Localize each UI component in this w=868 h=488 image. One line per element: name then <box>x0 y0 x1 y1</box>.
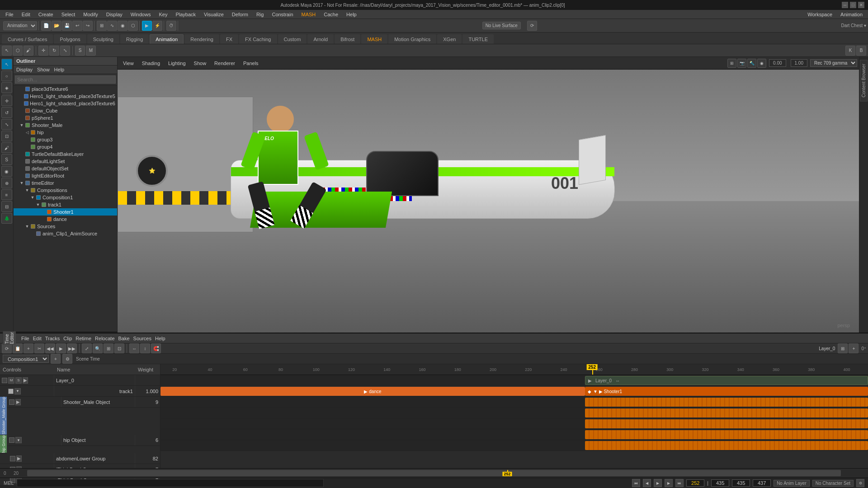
tree-item-sources[interactable]: ▼ Sources <box>14 223 117 230</box>
show-menu[interactable]: Show <box>190 60 210 67</box>
menu-display[interactable]: Display <box>103 11 126 18</box>
menu-playback[interactable]: Playback <box>172 11 199 18</box>
attr-editor-btn[interactable]: ⊟ <box>1 201 12 212</box>
te-relocate-menu[interactable]: Relocate <box>95 336 114 341</box>
menu-rig[interactable]: Rig <box>253 11 268 18</box>
te-edit-menu[interactable]: Edit <box>33 336 42 341</box>
abd-expand[interactable]: ▶ <box>16 455 22 462</box>
te-help-menu[interactable]: Help <box>155 336 165 341</box>
tree-item-anim-source[interactable]: anim_Clip1_AnimSource <box>14 230 117 237</box>
breakdown-key[interactable]: B <box>856 46 866 56</box>
hip-collapse[interactable]: ▼ <box>15 437 22 443</box>
toggle-arrow[interactable]: ▼ <box>24 188 30 193</box>
scale-mode-btn[interactable]: ⤡ <box>1 119 12 130</box>
soft-select-btn[interactable]: S <box>1 154 12 165</box>
maximize-button[interactable]: □ <box>850 2 856 8</box>
tree-item-shooter1[interactable]: Shooter1 <box>14 208 117 216</box>
show-manip[interactable]: M <box>86 46 96 56</box>
layer0-expand[interactable]: ▶ <box>23 377 28 384</box>
viewport-scene[interactable]: ⭐ RACING 001 <box>118 70 859 333</box>
layer0-vis[interactable] <box>2 378 7 383</box>
te-layer-btn[interactable]: ⊞ <box>838 343 848 353</box>
make-live-btn[interactable]: ⊕ <box>1 178 12 188</box>
outliner-show-menu[interactable]: Show <box>37 67 50 72</box>
sm-expand[interactable]: ▶ <box>15 399 21 405</box>
te-btn-7[interactable]: ⊞ <box>104 343 113 353</box>
vp-icon-1[interactable]: ⊞ <box>727 59 736 68</box>
lighting-menu[interactable]: Lighting <box>165 60 189 67</box>
tree-item-hero1-light2[interactable]: Hero1_light_shaderd_place3dTexture6 <box>14 100 117 107</box>
new-btn[interactable]: 📄 <box>41 21 51 31</box>
shooter1-clip[interactable]: ◆ ▼ ▶ Shooter1 <box>585 387 868 396</box>
menu-constrain[interactable]: Constrain <box>268 11 297 18</box>
animation-mode-dropdown[interactable]: Animation <box>3 21 37 30</box>
tab-rendering[interactable]: Rendering <box>184 34 219 44</box>
tab-animation[interactable]: Animation <box>150 34 184 44</box>
select-tool[interactable]: ↖ <box>2 46 12 56</box>
snap-grid[interactable]: ⊞ <box>97 21 107 31</box>
comp-add-btn[interactable]: + <box>51 354 61 364</box>
menu-visualize[interactable]: Visualize <box>200 11 227 18</box>
hip-vis[interactable] <box>9 437 14 443</box>
tab-bifrost[interactable]: Bifrost <box>335 34 360 44</box>
tree-item-default-light[interactable]: defaultLightSet <box>14 158 117 165</box>
outliner-help-menu[interactable]: Help <box>54 67 65 72</box>
tab-arnold[interactable]: Arnold <box>307 34 334 44</box>
te-btn-10[interactable]: ↕ <box>140 343 150 353</box>
outliner-search-input[interactable] <box>15 75 116 84</box>
minimize-button[interactable]: ─ <box>842 2 848 8</box>
te-clip-menu[interactable]: Clip <box>63 336 72 341</box>
te-btn-1[interactable]: ⟳ <box>2 343 12 353</box>
vp-icon-3[interactable]: 🔦 <box>747 59 756 68</box>
scale-tool[interactable]: ⤡ <box>60 46 70 56</box>
tab-mash[interactable]: MASH <box>361 34 387 44</box>
show-tool-btn[interactable]: ⊡ <box>1 131 12 141</box>
tab-rigging[interactable]: Rigging <box>120 34 149 44</box>
track1-vis[interactable] <box>8 389 14 394</box>
history-toggle[interactable]: ⏱ <box>166 21 176 31</box>
tree-item-psphere[interactable]: pSphere1 <box>14 114 117 122</box>
menu-edit[interactable]: Edit <box>18 11 34 18</box>
te-btn-5[interactable]: ▶ <box>56 343 66 353</box>
layer0-solo[interactable]: S <box>15 377 22 384</box>
menu-windows[interactable]: Windows <box>127 11 155 18</box>
move-tool[interactable]: ✛ <box>38 46 48 56</box>
tab-xgen[interactable]: XGen <box>437 34 462 44</box>
rotate-mode-btn[interactable]: ↺ <box>1 107 12 118</box>
menu-help[interactable]: Help <box>343 11 360 18</box>
track1-collapse[interactable]: ▼ <box>14 388 21 394</box>
te-sources-menu[interactable]: Sources <box>133 336 151 341</box>
tree-item-composition1[interactable]: ▼ Composition1 <box>14 194 117 201</box>
tab-sculpting[interactable]: Sculpting <box>87 34 119 44</box>
tree-item-dance[interactable]: dance <box>14 216 117 223</box>
comp-settings-btn[interactable]: ⚙ <box>62 354 72 364</box>
toggle-arrow[interactable]: ▼ <box>30 195 35 200</box>
tab-curves[interactable]: Curves / Surfaces <box>2 34 53 44</box>
move-mode-btn[interactable]: ✛ <box>1 95 12 106</box>
menu-mash[interactable]: MASH <box>298 11 320 18</box>
te-retime-menu[interactable]: Retime <box>75 336 91 341</box>
tree-item-light-editor[interactable]: lightEditorRoot <box>14 172 117 179</box>
te-layer-btn2[interactable]: + <box>849 343 859 353</box>
component-mode-btn[interactable]: ◈ <box>1 82 12 93</box>
layer0-mute[interactable]: M <box>8 377 14 384</box>
vp-icon-2[interactable]: 📷 <box>737 59 746 68</box>
te-zoom-btn[interactable]: 🔍 <box>93 343 103 353</box>
content-browser-tab[interactable]: Content Browser <box>860 60 868 101</box>
render-btn[interactable]: ▶ <box>142 21 152 31</box>
gamma-select[interactable]: Rec 709 gamma <box>810 59 857 67</box>
snap-surface[interactable]: ⬡ <box>128 21 138 31</box>
tab-motion-graphics[interactable]: Motion Graphics <box>388 34 436 44</box>
menu-key[interactable]: Key <box>155 11 171 18</box>
tab-turtle[interactable]: TURTLE <box>462 34 494 44</box>
layer0-clip[interactable]: ▶ Layer_0 ↔ <box>585 376 868 385</box>
lasso-tool[interactable]: ⬡ <box>13 46 23 56</box>
soft-mod[interactable]: S <box>75 46 85 56</box>
tree-item-hip[interactable]: ◁ hip <box>14 129 117 136</box>
view-menu[interactable]: View <box>119 60 137 67</box>
composition-dropdown[interactable]: Composition1 <box>3 355 49 363</box>
toggle-arrow[interactable]: ▼ <box>24 224 30 229</box>
camera-sync[interactable]: ⟳ <box>527 21 537 31</box>
tab-polygons[interactable]: Polygons <box>54 34 86 44</box>
shading-menu[interactable]: Shading <box>138 60 164 67</box>
